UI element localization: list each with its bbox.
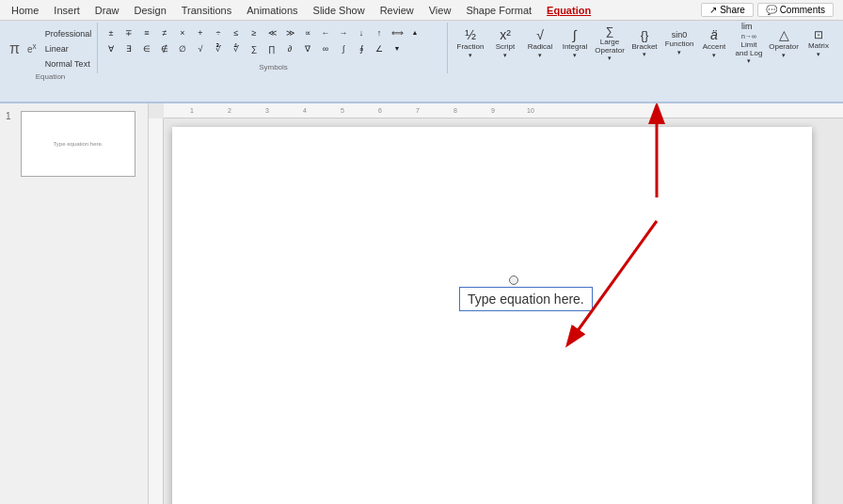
- matrix-btn[interactable]: ⊡ Matrix ▾: [802, 24, 835, 62]
- integral-btn[interactable]: ∫ Integral ▾: [558, 24, 592, 62]
- menu-shape-format[interactable]: Shape Format: [458, 3, 539, 18]
- slide-number: 1: [6, 111, 17, 121]
- sym-ll[interactable]: ≪: [263, 24, 280, 40]
- limit-log-icon: limn→∞: [741, 22, 756, 40]
- structures-area: ½ Fraction ▾ x² Script ▾ √ Radical ▾ ∫ I…: [450, 23, 839, 73]
- fraction-dropdown[interactable]: ▾: [469, 52, 472, 59]
- sym-exists[interactable]: ∃: [120, 40, 137, 56]
- sym-nabla[interactable]: ∇: [299, 40, 316, 56]
- sym-sqrt[interactable]: √: [192, 40, 209, 56]
- equation-handle[interactable]: [509, 276, 518, 285]
- comments-icon: 💬: [766, 5, 777, 15]
- large-operator-btn[interactable]: ∑ Large Operator ▾: [593, 24, 627, 62]
- function-btn[interactable]: sin0 Function ▾: [662, 24, 696, 62]
- share-button[interactable]: ↗ Share: [701, 3, 753, 17]
- operator-dropdown[interactable]: ▾: [782, 52, 786, 59]
- menu-slideshow[interactable]: Slide Show: [306, 3, 373, 18]
- equation-box[interactable]: Type equation here.: [459, 287, 593, 311]
- sym-geq[interactable]: ≥: [246, 24, 262, 40]
- bracket-icon: {}: [641, 28, 649, 42]
- bracket-label: Bracket: [631, 43, 657, 52]
- sym-uarr[interactable]: ↑: [371, 24, 388, 40]
- fraction-btn[interactable]: ½ Fraction ▾: [453, 24, 487, 62]
- comments-button[interactable]: 💬 Comments: [757, 3, 834, 17]
- sym-moreup[interactable]: ▲: [406, 24, 423, 40]
- equation-style-row: π ex Professional Linear Normal Text: [9, 26, 91, 71]
- script-icon: x²: [500, 27, 511, 42]
- sym-more[interactable]: ▼: [389, 40, 406, 56]
- bracket-btn[interactable]: {} Bracket ▾: [628, 24, 661, 62]
- slide-panel: 1 Type equation here.: [0, 103, 149, 504]
- sym-inf[interactable]: ∞: [317, 40, 334, 56]
- sym-in[interactable]: ∈: [138, 40, 155, 56]
- script-label: Script: [496, 43, 515, 52]
- sym-notin[interactable]: ∉: [156, 40, 173, 56]
- ribbon-right: ↗ Share 💬 Comments: [598, 0, 839, 21]
- canvas-area[interactable]: 1 2 3 4 5 6 7 8 9 10 Type equation here.: [149, 103, 843, 504]
- sym-larr[interactable]: ←: [317, 24, 334, 40]
- sym-rarr[interactable]: →: [335, 24, 352, 40]
- matrix-icon: ⊡: [814, 28, 823, 41]
- menu-design[interactable]: Design: [127, 3, 174, 18]
- sym-equiv[interactable]: ≡: [138, 24, 155, 40]
- radical-dropdown[interactable]: ▾: [538, 52, 542, 59]
- radical-btn[interactable]: √ Radical ▾: [523, 24, 557, 62]
- function-icon: sin0: [672, 30, 688, 39]
- sym-prop[interactable]: ∝: [299, 24, 316, 40]
- sym-int[interactable]: ∫: [335, 40, 352, 56]
- sym-mp[interactable]: ∓: [120, 24, 137, 40]
- large-operator-dropdown[interactable]: ▾: [608, 55, 612, 62]
- menu-animations[interactable]: Animations: [239, 3, 305, 18]
- sym-prod[interactable]: ∏: [263, 40, 280, 56]
- main-area: 1 Type equation here. 1 2 3 4 5 6 7 8 9 …: [0, 103, 843, 504]
- pi-icon: π: [9, 40, 20, 57]
- sym-div[interactable]: ÷: [210, 24, 227, 40]
- operator-icon: △: [779, 27, 789, 42]
- menu-insert[interactable]: Insert: [46, 3, 87, 18]
- sym-cbrt[interactable]: ∛: [210, 40, 227, 56]
- integral-dropdown[interactable]: ▾: [573, 52, 577, 59]
- sym-pm[interactable]: ±: [103, 24, 119, 40]
- sym-leq[interactable]: ≤: [228, 24, 245, 40]
- function-dropdown[interactable]: ▾: [677, 49, 681, 56]
- sym-partial[interactable]: ∂: [281, 40, 298, 56]
- sym-darr[interactable]: ↓: [353, 24, 370, 40]
- sym-sum[interactable]: ∑: [246, 40, 262, 56]
- sym-empty[interactable]: ∅: [174, 40, 191, 56]
- menu-draw[interactable]: Draw: [87, 3, 127, 18]
- equation-group-label: Equation: [36, 72, 66, 81]
- accent-label: Accent: [703, 43, 725, 52]
- accent-btn[interactable]: ä Accent ▾: [697, 24, 731, 62]
- sym-gg[interactable]: ≫: [281, 24, 298, 40]
- large-operator-label: Large Operator: [595, 39, 625, 55]
- limit-log-btn[interactable]: limn→∞ Limit and Log ▾: [732, 24, 766, 62]
- sym-neq[interactable]: ≠: [156, 24, 173, 40]
- large-operator-icon: ∑: [606, 24, 614, 38]
- function-label: Function: [665, 40, 694, 49]
- sym-frt[interactable]: ∜: [228, 40, 245, 56]
- sym-times[interactable]: ×: [174, 24, 191, 40]
- menu-home[interactable]: Home: [4, 3, 46, 18]
- sym-forall[interactable]: ∀: [103, 40, 119, 56]
- limit-log-dropdown[interactable]: ▾: [747, 57, 751, 65]
- script-dropdown[interactable]: ▾: [503, 52, 507, 59]
- slide-mini-equation: Type equation here.: [53, 141, 103, 147]
- sym-lrarr[interactable]: ⟺: [389, 24, 406, 40]
- symbols-label: Symbols: [259, 63, 288, 71]
- sym-oint[interactable]: ∮: [353, 40, 370, 56]
- operator-label: Operator: [769, 43, 799, 52]
- symbols-group: ± ∓ ≡ ≠ × + ÷ ≤ ≥ ≪ ≫ ∝ ← → ↓ ↑ ⟺ ▲ ∀: [100, 23, 448, 73]
- menu-equation[interactable]: Equation: [539, 3, 598, 18]
- bracket-dropdown[interactable]: ▾: [643, 51, 646, 58]
- sym-plus[interactable]: +: [192, 24, 209, 40]
- script-btn[interactable]: x² Script ▾: [488, 24, 522, 62]
- slide-canvas: Type equation here.: [172, 127, 812, 504]
- slide-thumbnail-1[interactable]: 1 Type equation here.: [4, 107, 144, 181]
- menu-review[interactable]: Review: [373, 3, 422, 18]
- sym-angle[interactable]: ∠: [371, 40, 388, 56]
- menu-view[interactable]: View: [422, 3, 459, 18]
- menu-transitions[interactable]: Transitions: [174, 3, 239, 18]
- operator-btn[interactable]: △ Operator ▾: [767, 24, 801, 62]
- matrix-dropdown[interactable]: ▾: [817, 51, 820, 58]
- accent-dropdown[interactable]: ▾: [712, 52, 716, 59]
